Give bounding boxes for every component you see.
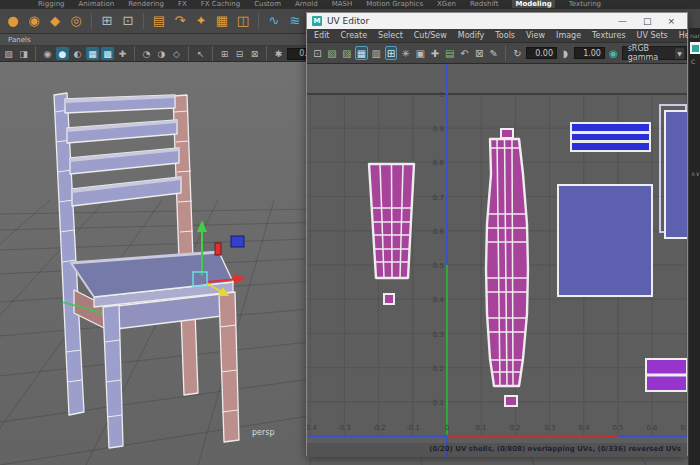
vp-light-all-icon[interactable]: ◔: [140, 47, 153, 60]
grid-transform-icon[interactable]: ⊡: [119, 12, 137, 30]
uv-editor-menubar: EditCreateSelectCut/SewModifyToolsViewIm…: [307, 29, 687, 43]
uv-gamma-icon[interactable]: ◗: [559, 46, 572, 60]
grid-layout-icon[interactable]: ⊞: [98, 12, 116, 30]
vp-isolate-icon[interactable]: ⊞: [218, 47, 231, 60]
menuset-tab-fx[interactable]: FX: [178, 0, 187, 8]
uv-editor-dock-icon[interactable]: [690, 42, 700, 54]
uv-save-image-icon[interactable]: ▤: [443, 46, 456, 60]
toolbar-separator: [188, 46, 189, 62]
uv-pixel-move-icon[interactable]: ✚: [429, 46, 442, 60]
poly-torus-icon[interactable]: ◎: [67, 12, 85, 30]
vp-grid-toggle-icon[interactable]: ▩: [101, 47, 114, 60]
wave-tool-icon[interactable]: ≋: [286, 12, 304, 30]
menuset-tab-custom[interactable]: Custom: [254, 0, 281, 8]
uv-bend-icon[interactable]: ↷: [171, 12, 189, 30]
poly-sphere-wire-icon[interactable]: ◉: [25, 12, 43, 30]
uv-refresh-icon[interactable]: ↻: [511, 46, 524, 60]
vp-joint-icon[interactable]: ✚: [116, 47, 129, 60]
menuset-tab-modeling[interactable]: Modeling: [512, 0, 554, 8]
uv-cut-icon[interactable]: ✦: [192, 12, 210, 30]
uv-editor-window: M UV Editor —□× EditCreateSelectCut/SewM…: [306, 12, 688, 456]
uv-menu-textures[interactable]: Textures: [592, 31, 625, 40]
vp-xray-icon[interactable]: ⊟: [233, 47, 246, 60]
menuset-tab-rigging[interactable]: Rigging: [38, 0, 65, 8]
chair-model[interactable]: [54, 93, 239, 448]
vp-shaded-icon[interactable]: ●: [56, 47, 69, 60]
vp-cam-settings-icon[interactable]: ⊠: [248, 47, 261, 60]
chevron-down-icon[interactable]: ▼: [675, 48, 684, 59]
menuset-tab-motion-graphics[interactable]: Motion Graphics: [366, 0, 423, 8]
menuset-tab-fx-caching[interactable]: FX Caching: [201, 0, 240, 8]
uv-colorspace-icon[interactable]: ◉: [607, 46, 620, 60]
uv-checker-icon[interactable]: ▧: [326, 46, 339, 60]
uv-grid-display-icon[interactable]: ⊞: [385, 46, 398, 60]
uv-grid-snap-icon[interactable]: ▦: [355, 46, 368, 60]
uv-grid-icon[interactable]: ▦: [213, 12, 231, 30]
svg-text:0.3: 0.3: [433, 331, 444, 339]
uv-menu-select[interactable]: Select: [378, 31, 403, 40]
uv-sun-icon[interactable]: ✳: [399, 46, 412, 60]
uv-snapshot-icon[interactable]: ▤: [150, 12, 168, 30]
uv-menu-modify[interactable]: Modify: [458, 31, 485, 40]
menuset-tab-mash[interactable]: MASH: [332, 0, 353, 8]
uv-editor-toolbar: ⊡▧▨▦▥⊞✳▣✚▤↶⊠✎↻0.00◗1.00◉sRGB gamma▼: [307, 43, 687, 64]
uv-menu-tools[interactable]: Tools: [495, 31, 515, 40]
uv-colorspace-dropdown[interactable]: sRGB gamma▼: [622, 46, 687, 60]
menuset-tab-texturing[interactable]: Texturing: [569, 0, 601, 8]
vp-component-icon[interactable]: ◨: [17, 47, 30, 60]
svg-text:0.4: 0.4: [578, 424, 590, 432]
vp-wireframe-on-shaded-icon[interactable]: ▦: [86, 47, 99, 60]
menuset-tab-arnold[interactable]: Arnold: [295, 0, 318, 8]
menuset-tab-rendering[interactable]: Rendering: [128, 0, 164, 8]
vp-textured-icon[interactable]: ◐: [71, 47, 84, 60]
vp-shadow-icon[interactable]: ◇: [170, 47, 183, 60]
uv-pair-icon[interactable]: ◫: [234, 12, 252, 30]
poly-diamond-icon[interactable]: ◆: [46, 12, 64, 30]
uv-editor-titlebar[interactable]: M UV Editor —□×: [307, 13, 687, 29]
curve-tool-icon[interactable]: ∿: [265, 12, 283, 30]
svg-text:0.6: 0.6: [433, 228, 445, 236]
uv-grid-canvas[interactable]: 10.90.80.70.60.50.40.30.20.1-0.4-0.3-0.2…: [307, 64, 687, 457]
vp-select-mask-icon[interactable]: ▧: [2, 47, 15, 60]
uv-shell-cap-1[interactable]: [384, 294, 394, 304]
uv-editor-title: UV Editor: [327, 16, 613, 26]
uv-menu-create[interactable]: Create: [341, 31, 368, 40]
uv-undo-view-icon[interactable]: ↶: [458, 46, 471, 60]
vp-select-cursor-icon[interactable]: ↖: [194, 47, 207, 60]
uv-shell-apron[interactable]: [646, 359, 687, 391]
uv-exposure-field[interactable]: 0.00: [526, 47, 557, 59]
maya-app-icon: M: [312, 16, 322, 26]
menuset-tab-xgen[interactable]: XGen: [437, 0, 456, 8]
toolbar-separator: [266, 46, 267, 62]
svg-text:-0.4: -0.4: [307, 424, 317, 432]
menuset-tab-animation[interactable]: Animation: [79, 0, 115, 8]
uv-shell-cap-2[interactable]: [501, 129, 513, 138]
close-button[interactable]: ×: [667, 14, 675, 28]
uv-shell-cap-3[interactable]: [505, 396, 517, 406]
uv-shell-rails[interactable]: [571, 123, 650, 151]
uv-shell-seat[interactable]: [558, 185, 652, 296]
uv-frame-all-icon[interactable]: ⊠: [473, 46, 486, 60]
uv-gamma-field[interactable]: 1.00: [574, 47, 605, 59]
minimize-button[interactable]: —: [618, 14, 627, 28]
vp-exposure-icon[interactable]: ✱: [272, 47, 285, 60]
panels-menu[interactable]: Panels: [8, 36, 31, 44]
panel-expand-arrows[interactable]: ∧∨: [689, 65, 700, 177]
uv-annotate-icon[interactable]: ✎: [487, 46, 500, 60]
uv-canvas[interactable]: 10.90.80.70.60.50.40.30.20.1-0.4-0.3-0.2…: [307, 64, 687, 457]
menuset-tab-redshift[interactable]: Redshift: [470, 0, 498, 8]
uv-image-display-icon[interactable]: ▣: [414, 46, 427, 60]
uv-distortion-icon[interactable]: ▨: [340, 46, 353, 60]
uv-texture-borders-icon[interactable]: ▥: [370, 46, 383, 60]
vp-light-default-icon[interactable]: ◑: [155, 47, 168, 60]
uv-menu-view[interactable]: View: [526, 31, 545, 40]
uv-menu-image[interactable]: Image: [556, 31, 581, 40]
vp-snap-grid-icon[interactable]: ◉: [41, 47, 54, 60]
uv-menu-cut-sew[interactable]: Cut/Sew: [414, 31, 447, 40]
poly-sphere-icon[interactable]: ●: [4, 12, 22, 30]
maximize-button[interactable]: □: [643, 14, 652, 28]
uv-dim-image-icon[interactable]: ⊡: [311, 46, 324, 60]
uv-menu-uv-sets[interactable]: UV Sets: [637, 31, 668, 40]
uv-shell-side[interactable]: [665, 111, 687, 238]
uv-menu-edit[interactable]: Edit: [314, 31, 330, 40]
